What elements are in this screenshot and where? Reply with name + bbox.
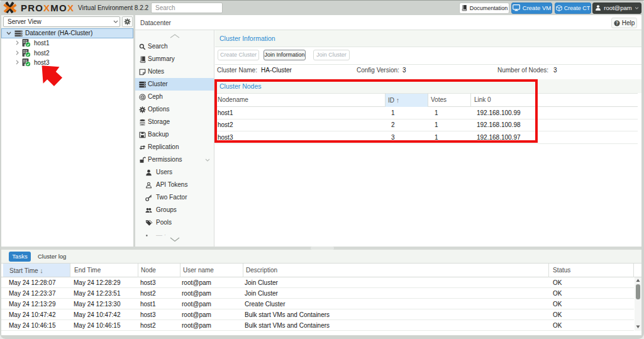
svg-text:?: ? bbox=[616, 21, 618, 25]
